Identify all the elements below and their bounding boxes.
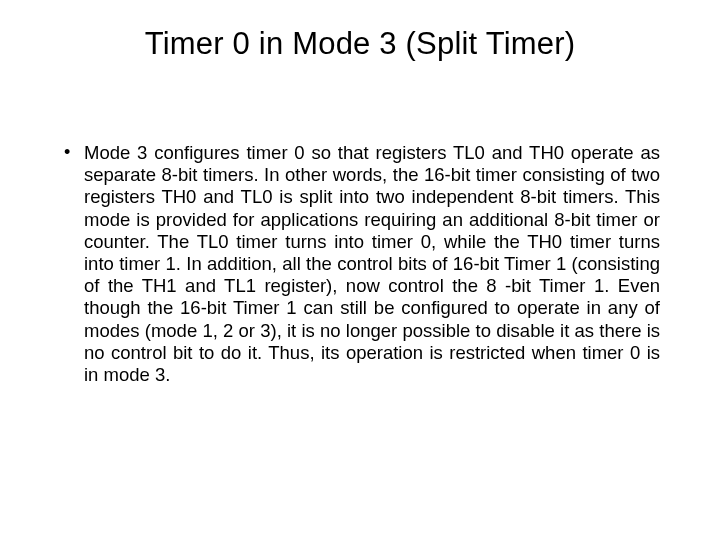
slide: Timer 0 in Mode 3 (Split Timer) Mode 3 c… (0, 0, 720, 540)
list-item: Mode 3 configures timer 0 so that regist… (60, 142, 660, 386)
bullet-list: Mode 3 configures timer 0 so that regist… (60, 142, 660, 386)
slide-title: Timer 0 in Mode 3 (Split Timer) (60, 26, 660, 62)
